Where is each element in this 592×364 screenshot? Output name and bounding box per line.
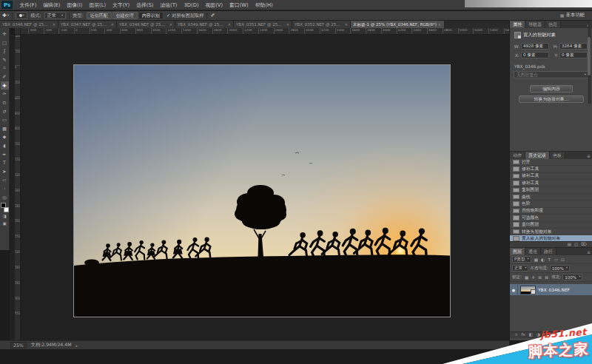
document-tab[interactable]: YBX_0347.NEF @ 25%(RGB/8#)✕ — [58, 21, 117, 28]
menu-item[interactable]: 编辑(E) — [40, 0, 64, 10]
filter-adjustment-layers-icon[interactable]: ◐ — [539, 257, 546, 262]
menu-item[interactable]: 视图(V) — [202, 0, 226, 10]
close-icon[interactable]: ✕ — [286, 22, 289, 27]
history-step[interactable]: 复制图层 — [510, 187, 592, 194]
new-snapshot-icon[interactable]: ◫ — [574, 243, 578, 247]
menu-item[interactable]: 图层(L) — [86, 0, 110, 10]
field-value[interactable]: 4928 像素 — [521, 43, 549, 50]
type-button[interactable]: 创建纹理 — [112, 12, 138, 19]
tool-history-brush[interactable]: ↺ — [1, 107, 9, 115]
history-step[interactable]: 置入嵌入的智能对象 — [510, 235, 592, 242]
layer-thumbnail[interactable] — [520, 286, 536, 294]
blend-mode-dropdown[interactable]: 正常 ▾ — [512, 265, 528, 272]
layer-style-icon[interactable]: fx — [522, 333, 525, 337]
status-menu-arrow-icon[interactable]: ▸ — [76, 343, 78, 348]
panel-tab[interactable]: 信息 — [545, 21, 561, 28]
menu-item[interactable]: 窗口(W) — [226, 0, 252, 10]
tool-zoom[interactable]: ◎ — [1, 192, 9, 201]
foreground-color-swatch[interactable] — [1, 203, 6, 208]
horizontal-ruler[interactable]: -600-400-2000200400600800100012001400160… — [21, 28, 509, 35]
history-step[interactable]: 色阶 — [510, 200, 592, 207]
tool-path-selection[interactable]: ➤ — [1, 167, 9, 176]
layer-filter-dropdown[interactable]: P类型 ▾ — [512, 256, 531, 263]
field-value[interactable]: 0 像素 — [521, 52, 549, 58]
history-step[interactable]: 转换为智能对象 — [510, 229, 592, 235]
tool-blur[interactable]: ◆ — [1, 132, 9, 141]
lock-transparency-icon[interactable]: ▦ — [523, 275, 530, 280]
new-document-from-state-icon[interactable]: ▤ — [568, 243, 571, 247]
close-icon[interactable]: ✕ — [228, 22, 231, 27]
close-icon[interactable]: ✕ — [345, 22, 348, 27]
history-step[interactable]: 可选颜色 — [510, 215, 592, 221]
close-icon[interactable]: ✕ — [111, 22, 114, 27]
canvas-photo[interactable] — [74, 65, 450, 317]
mode-dropdown[interactable]: 正常 ▾ — [44, 12, 67, 19]
panel-tab[interactable]: 图层 — [510, 248, 525, 255]
tool-clone-stamp[interactable]: ⊙ — [1, 98, 9, 107]
tool-hand[interactable]: ☞ — [1, 184, 9, 193]
panel-tab[interactable]: 通道 — [525, 248, 541, 255]
lock-all-icon[interactable]: ⊠ — [543, 275, 550, 280]
tool-type[interactable]: T — [1, 158, 9, 167]
document-tab[interactable]: YBX_0351.NEF @ 25%(RGB/8#)✕ — [234, 21, 292, 28]
filter-smart-objects-icon[interactable]: ⊡ — [559, 257, 566, 262]
history-step[interactable]: 修补工具 — [510, 166, 592, 172]
zoom-level-field[interactable]: 25% — [10, 342, 27, 348]
tool-crop[interactable]: ⌗ — [1, 64, 9, 73]
menu-item[interactable]: 帮助(H) — [252, 0, 276, 10]
close-icon[interactable]: ✕ — [53, 22, 56, 27]
edit-contents-button[interactable]: 编辑内容 — [530, 85, 573, 92]
close-icon[interactable]: ✕ — [169, 22, 172, 27]
document-tab[interactable]: YBX_0349.NEF @ 25%(RGB/8#)✕ — [175, 21, 234, 28]
filter-pixel-layers-icon[interactable]: ▦ — [533, 257, 539, 262]
scrollbar-thumb[interactable] — [588, 37, 591, 75]
close-icon[interactable]: ✕ — [438, 22, 441, 27]
menu-item[interactable]: 3D(D) — [181, 0, 202, 10]
tool-shape[interactable]: ▱ — [1, 175, 9, 184]
panel-tab[interactable]: 动作 — [510, 152, 525, 159]
color-swatches[interactable] — [1, 203, 9, 212]
tool-eraser[interactable]: ▭ — [1, 115, 9, 124]
vertical-ruler[interactable]: -400-20002004006008001000120014001600180… — [15, 35, 21, 340]
panel-tab[interactable]: 导航器 — [525, 21, 545, 28]
menu-item[interactable]: 选择(S) — [133, 0, 157, 10]
history-step[interactable]: 曲线 — [510, 194, 592, 200]
panel-tab[interactable]: 色板 — [550, 152, 565, 159]
document-tab[interactable]: YBX_0348.NEF @ 25%(RGB/8#)✕ — [117, 21, 175, 28]
tool-spot-healing-brush[interactable]: ✚ — [1, 81, 9, 90]
history-step[interactable]: 盖印图层 — [510, 222, 592, 229]
active-tool-preset[interactable]: ✚ ▾ — [2, 13, 9, 18]
tool-brush[interactable]: ✑ — [1, 90, 9, 98]
document-tab[interactable]: 未标题-1 @ 25% (YBX_0346.NEF, RGB/8*)✕ — [351, 21, 445, 28]
panel-tab[interactable]: 属性 — [510, 21, 525, 28]
history-step[interactable]: 修补工具 — [510, 173, 592, 180]
menu-item[interactable]: 文件(F) — [16, 0, 40, 10]
history-scrollbar[interactable] — [588, 21, 591, 104]
add-mask-icon[interactable]: ◧ — [529, 333, 533, 337]
panel-menu-icon[interactable]: ≡ — [587, 152, 592, 159]
fill-dropdown[interactable]: 100% ▾ — [562, 274, 582, 280]
field-value[interactable]: 3264 像素 — [559, 43, 588, 50]
layer-row[interactable]: ● YBX_0346.NEF — [510, 284, 592, 295]
menu-item[interactable]: 滤镜(T) — [157, 0, 181, 10]
tool-move[interactable]: ✛ — [1, 30, 9, 38]
history-step[interactable]: 修补工具 — [510, 180, 592, 186]
menu-item[interactable]: 图像(I) — [64, 0, 86, 10]
delete-state-icon[interactable]: ⌦ — [581, 243, 587, 247]
tool-gradient[interactable]: ▦ — [1, 124, 9, 133]
layer-comp-dropdown[interactable]: 无图层复合 ▾ — [514, 71, 589, 78]
tool-marquee[interactable]: □ — [1, 38, 9, 47]
tool-pen[interactable]: ✒ — [1, 149, 9, 158]
sample-all-layers-checkbox[interactable]: ✓ 对所有图层取样 — [166, 13, 204, 19]
document-tab[interactable]: YBX_0352.NEF @ 25%(RGB/8#)✕ — [292, 21, 351, 28]
panel-tab[interactable]: 历史记录 — [525, 152, 550, 159]
document-tab[interactable]: YBX_0346.NEF @ 25%(RGB/8#)✕ — [0, 21, 58, 28]
brush-picker[interactable]: ▾ — [16, 12, 27, 19]
tool-quick-selection[interactable]: ✎ — [1, 55, 9, 64]
tool-lasso[interactable]: ʃ — [1, 47, 9, 55]
lock-pixels-icon[interactable]: ✛ — [530, 275, 536, 280]
convert-to-linked-button[interactable]: 转换为链接对象… — [519, 95, 584, 103]
workspace-switcher[interactable]: ▦ 基本功能 — [560, 11, 585, 19]
opacity-dropdown[interactable]: 100% ▾ — [550, 265, 570, 272]
type-button[interactable]: 内容识别 — [138, 12, 164, 19]
